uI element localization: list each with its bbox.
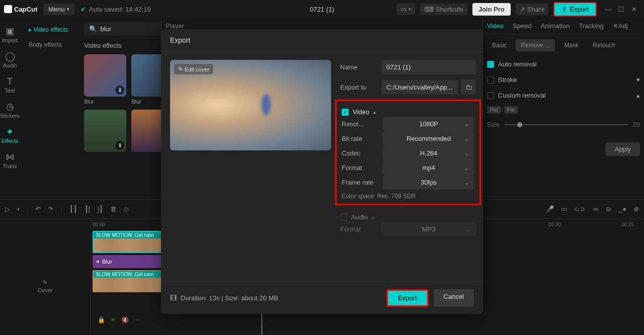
- stroke-toggle[interactable]: Stroke▾: [487, 72, 640, 88]
- checkbox-icon[interactable]: ✓: [342, 109, 349, 116]
- window-controls: — ☐ ✕: [602, 6, 640, 13]
- split-right-tool[interactable]: ]┃: [97, 205, 103, 213]
- menu-button[interactable]: Menu ▾: [43, 4, 74, 15]
- audio-section-header[interactable]: Audio ▴: [340, 213, 476, 221]
- pencil-icon: ✎: [43, 279, 47, 286]
- transitions-icon: ⋈: [5, 152, 15, 162]
- topbar: CapCut Menu ▾ ✔ Auto saved: 14:42:19 072…: [0, 0, 644, 18]
- zoom-in-button[interactable]: ⊕: [633, 205, 639, 213]
- shortcuts-button[interactable]: ⌨ Shortcuts: [420, 4, 467, 15]
- mic-tool[interactable]: 🎤: [546, 205, 554, 213]
- split-left-tool[interactable]: ┃[: [85, 205, 91, 213]
- folder-button[interactable]: 🗀: [461, 79, 476, 95]
- export-button-top[interactable]: ⇧ Export: [553, 2, 597, 17]
- name-input[interactable]: [381, 60, 476, 74]
- subtab-retouch[interactable]: Retouch: [588, 39, 620, 51]
- framerate-select[interactable]: 30fps: [383, 175, 474, 190]
- lock-icon[interactable]: 🔒: [98, 316, 105, 323]
- pro-badge: Pro: [504, 106, 518, 114]
- resolution-label: Resol...: [342, 120, 378, 128]
- video-clip[interactable]: SLOW MOTION: Girl runn: [93, 231, 163, 253]
- download-icon[interactable]: ⬇: [115, 86, 124, 95]
- redo-button[interactable]: ↷: [48, 205, 53, 213]
- export-confirm-button[interactable]: Export: [386, 289, 429, 307]
- tab-animation[interactable]: Animation: [541, 22, 570, 30]
- film-icon: 🎞: [170, 294, 177, 302]
- pro-badge: Pro: [487, 106, 501, 114]
- bitrate-select[interactable]: Recommended: [383, 131, 474, 146]
- export-icon: ⇧: [561, 6, 567, 13]
- audio-icon: ◯: [5, 51, 15, 61]
- checkbox-icon[interactable]: [340, 214, 347, 221]
- sidebar-video-effects[interactable]: ▸ Video effects: [24, 22, 76, 37]
- subtab-basic[interactable]: Basic: [487, 39, 512, 51]
- folder-icon: 🗀: [465, 83, 472, 91]
- checkbox-icon: [487, 61, 494, 68]
- magnet-tool[interactable]: ⊂⊃: [574, 205, 585, 213]
- colorspace-text: Color space: Rec. 709 SDR: [342, 193, 474, 200]
- undo-button[interactable]: ↶: [35, 205, 41, 213]
- effect-clip[interactable]: ✦Blur: [93, 255, 163, 268]
- media-panel: ▣Import ◯Audio TText ◷Stickers ✦Effects …: [0, 18, 161, 199]
- framerate-label: Frame rate: [342, 179, 378, 186]
- tab-speed[interactable]: Speed: [513, 22, 532, 30]
- subtab-mask[interactable]: Mask: [559, 39, 584, 51]
- mute-icon[interactable]: 🔇: [121, 316, 129, 323]
- capcut-icon: [4, 5, 12, 13]
- eye-icon[interactable]: 👁: [110, 316, 116, 323]
- preview-tool[interactable]: ▭: [561, 205, 567, 213]
- export-dialog: Export ✎ Edit cover Name Export to C:/Us…: [161, 29, 483, 314]
- aspect-ratio-button[interactable]: ▭ ▾: [396, 4, 415, 15]
- cover-button[interactable]: ✎ Cover: [5, 279, 85, 293]
- size-slider[interactable]: [505, 124, 627, 125]
- video-section-header[interactable]: ✓ Video ▴: [342, 108, 474, 116]
- import-icon: ▣: [5, 26, 15, 36]
- maximize-icon[interactable]: ☐: [618, 6, 624, 13]
- tab-adjust[interactable]: ✕Adj: [613, 22, 628, 30]
- codec-select[interactable]: H.264: [383, 146, 474, 160]
- pointer-tool[interactable]: ▷: [5, 205, 10, 213]
- audio-format-label: Format: [340, 225, 376, 233]
- cover-preview: ✎ Edit cover: [170, 60, 331, 150]
- tab-transitions[interactable]: ⋈Trans: [0, 148, 20, 173]
- tab-tracking[interactable]: Tracking: [579, 22, 603, 30]
- split-tool[interactable]: ┃┃: [69, 205, 77, 213]
- tab-text[interactable]: TText: [0, 72, 20, 98]
- marker-tool[interactable]: ◇: [124, 205, 129, 213]
- tab-import[interactable]: ▣Import: [0, 22, 20, 47]
- effect-thumb[interactable]: ⬇Blur: [84, 54, 126, 105]
- chevron-down-icon[interactable]: ▾: [17, 207, 20, 212]
- tab-audio[interactable]: ◯Audio: [0, 47, 20, 72]
- pencil-icon: ✎: [178, 66, 183, 72]
- more-icon[interactable]: ⋯: [134, 316, 140, 323]
- join-pro-button[interactable]: Join Pro: [472, 3, 511, 16]
- share-icon: ↗: [520, 6, 525, 13]
- name-label: Name: [340, 63, 376, 71]
- share-button[interactable]: ↗ Share: [516, 4, 549, 15]
- tab-effects[interactable]: ✦Effects: [0, 123, 20, 148]
- tab-stickers[interactable]: ◷Stickers: [0, 98, 20, 123]
- app-logo: CapCut: [4, 5, 37, 13]
- checkbox-icon: [487, 76, 494, 83]
- sidebar-body-effects[interactable]: Body effects: [24, 37, 76, 52]
- zoom-slider[interactable]: ⎯●: [618, 205, 626, 213]
- link-tool[interactable]: ⫘: [592, 205, 599, 213]
- close-icon[interactable]: ✕: [631, 6, 637, 13]
- tab-video[interactable]: Video: [487, 22, 504, 30]
- stickers-icon: ◷: [5, 102, 15, 112]
- apply-button[interactable]: Apply: [605, 142, 640, 156]
- zoom-out-button[interactable]: ⊖: [606, 205, 611, 213]
- download-icon[interactable]: ⬇: [115, 141, 124, 150]
- video-clip[interactable]: SLOW MOTION: Girl runn: [93, 270, 163, 292]
- subtab-remove[interactable]: Remove ...: [516, 39, 555, 51]
- auto-removal-toggle[interactable]: Auto removal: [487, 56, 640, 72]
- bitrate-label: Bit rate: [342, 135, 378, 142]
- delete-tool[interactable]: 🗑: [110, 205, 117, 213]
- effect-thumb[interactable]: ⬇: [84, 110, 126, 152]
- edit-cover-button[interactable]: ✎ Edit cover: [174, 64, 213, 74]
- minimize-icon[interactable]: —: [605, 6, 611, 13]
- format-select[interactable]: mp4: [383, 160, 474, 175]
- resolution-select[interactable]: 1080P: [383, 117, 474, 131]
- cancel-button[interactable]: Cancel: [434, 289, 474, 307]
- custom-removal-toggle[interactable]: Custom removal▴: [487, 88, 640, 103]
